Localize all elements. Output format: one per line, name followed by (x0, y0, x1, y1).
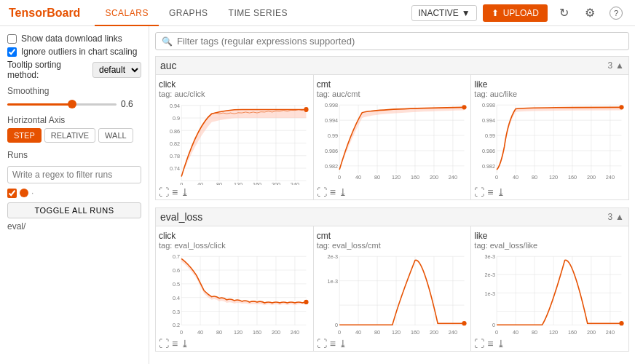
svg-text:160: 160 (411, 329, 419, 336)
eval-loss-click-svg: 0.7 0.6 0.5 0.4 0.3 0.2 0 40 80 120 160 … (159, 253, 310, 336)
download-icon[interactable]: ⤓ (181, 338, 189, 349)
auc-like-footer: ⛶ ≡ ⤓ (474, 186, 626, 198)
ignore-outliers-checkbox[interactable] (7, 47, 17, 57)
download-icon[interactable]: ⤓ (339, 338, 347, 349)
runs-filter-input[interactable] (7, 166, 141, 183)
run-color-dot (20, 189, 28, 197)
auc-click-tag: tag: auc/click (159, 90, 310, 98)
svg-text:0.82: 0.82 (170, 141, 180, 147)
svg-text:0: 0 (180, 181, 183, 185)
svg-text:80: 80 (374, 329, 380, 336)
expand-icon[interactable]: ⛶ (317, 186, 327, 198)
download-icon[interactable]: ⤓ (497, 186, 505, 198)
step-button[interactable]: STEP (7, 128, 42, 143)
svg-text:0: 0 (495, 329, 498, 336)
svg-text:200: 200 (430, 329, 438, 336)
svg-text:0.99: 0.99 (485, 132, 495, 139)
data-icon[interactable]: ≡ (330, 186, 336, 198)
expand-icon[interactable]: ⛶ (474, 338, 484, 349)
eval-loss-like-svg: 3e-3 2e-3 1e-3 0 0 40 80 120 160 200 240 (474, 253, 626, 336)
smoothing-slider[interactable] (7, 103, 117, 106)
tooltip-sorting-select[interactable]: default (92, 62, 141, 78)
toggle-all-runs-button[interactable]: TOGGLE ALL RUNS (7, 202, 141, 218)
run-checkbox[interactable] (7, 189, 17, 198)
svg-text:0.5: 0.5 (173, 281, 180, 288)
download-icon[interactable]: ⤓ (497, 338, 505, 349)
data-icon[interactable]: ≡ (487, 186, 493, 198)
svg-text:1e-3: 1e-3 (485, 290, 496, 297)
data-icon[interactable]: ≡ (172, 186, 178, 198)
show-download-checkbox[interactable] (7, 34, 17, 44)
svg-text:0: 0 (338, 329, 341, 336)
svg-text:120: 120 (234, 329, 242, 336)
svg-text:240: 240 (449, 174, 457, 181)
refresh-button[interactable]: ↻ (553, 3, 574, 23)
eval-loss-count: 3 (607, 212, 612, 222)
data-icon[interactable]: ≡ (487, 338, 493, 349)
expand-icon[interactable]: ⛶ (159, 186, 169, 198)
run-name: eval/ (7, 221, 141, 232)
svg-text:2e-3: 2e-3 (327, 253, 338, 260)
auc-collapse-icon[interactable]: ▲ (615, 60, 624, 71)
inactive-label: INACTIVE (418, 8, 458, 18)
data-icon[interactable]: ≡ (330, 338, 336, 349)
svg-text:0: 0 (180, 329, 183, 336)
svg-text:200: 200 (272, 329, 280, 336)
run-dot: · (31, 188, 33, 198)
wall-button[interactable]: WALL (98, 128, 133, 143)
auc-like-svg: 0.998 0.994 0.99 0.986 0.982 0 40 80 120… (474, 101, 626, 185)
eval-loss-click-title: click (159, 231, 310, 241)
download-icon[interactable]: ⤓ (339, 186, 347, 198)
svg-text:200: 200 (272, 181, 280, 185)
auc-cmt-svg: 0.998 0.994 0.99 0.986 0.982 0 40 80 120… (317, 101, 468, 185)
auc-cmt-title: cmt (317, 79, 468, 90)
auc-click-footer: ⛶ ≡ ⤓ (159, 186, 310, 198)
nav-tab-graphs[interactable]: GRAPHS (159, 0, 218, 26)
svg-text:0.86: 0.86 (170, 127, 180, 134)
svg-text:40: 40 (513, 174, 518, 181)
eval-loss-like-footer: ⛶ ≡ ⤓ (474, 338, 626, 349)
svg-text:240: 240 (291, 329, 299, 336)
svg-text:160: 160 (568, 174, 577, 181)
axis-buttons: STEP RELATIVE WALL (7, 128, 141, 143)
data-icon[interactable]: ≡ (172, 338, 178, 349)
expand-icon[interactable]: ⛶ (317, 338, 327, 349)
upload-button[interactable]: ⬆ UPLOAD (483, 4, 548, 22)
nav-tab-timeseries[interactable]: TIME SERIES (218, 0, 299, 26)
eval-loss-cmt-area: 2e-3 1e-3 0 0 40 80 120 160 200 240 (317, 253, 468, 336)
auc-click-svg: 0.94 0.9 0.86 0.82 0.78 0.74 0 40 80 120… (159, 101, 310, 185)
relative-button[interactable]: RELATIVE (44, 128, 95, 143)
header: TensorBoard SCALARS GRAPHS TIME SERIES I… (0, 0, 635, 26)
horizontal-axis-label: Horizontal Axis (7, 115, 141, 125)
svg-text:0: 0 (495, 174, 498, 181)
svg-text:0.6: 0.6 (173, 267, 180, 274)
auc-like-title: like (474, 79, 626, 90)
expand-icon[interactable]: ⛶ (159, 338, 169, 349)
settings-button[interactable]: ⚙ (580, 3, 600, 23)
auc-cmt-footer: ⛶ ≡ ⤓ (317, 186, 468, 198)
eval-loss-click-chart: click tag: eval_loss/click (156, 226, 314, 351)
eval-loss-collapse-icon[interactable]: ▲ (615, 212, 624, 222)
inactive-dropdown[interactable]: INACTIVE ▼ (411, 5, 476, 21)
svg-text:200: 200 (587, 329, 596, 336)
svg-text:40: 40 (355, 174, 361, 181)
svg-point-65 (620, 105, 624, 109)
download-icon[interactable]: ⤓ (181, 186, 189, 198)
eval-loss-section-count: 3 ▲ (607, 212, 624, 222)
svg-text:80: 80 (216, 329, 222, 336)
nav-tab-scalars[interactable]: SCALARS (95, 0, 159, 26)
expand-icon[interactable]: ⛶ (474, 186, 484, 198)
eval-loss-section-name: eval_loss (160, 211, 202, 223)
svg-text:120: 120 (549, 329, 558, 336)
upload-icon: ⬆ (492, 8, 499, 18)
help-button[interactable]: ? (606, 3, 626, 23)
show-download-label: Show data download links (21, 33, 122, 44)
body: Show data download links Ignore outliers… (0, 26, 635, 364)
auc-like-tag: tag: auc/like (474, 90, 626, 98)
main-content: 🔍 auc 3 ▲ click tag: auc/click (149, 26, 635, 364)
eval-loss-like-tag: tag: eval_loss/like (474, 241, 626, 250)
svg-text:0.74: 0.74 (170, 165, 181, 172)
svg-text:0.9: 0.9 (173, 115, 180, 122)
eval-loss-click-tag: tag: eval_loss/click (159, 241, 310, 250)
search-input[interactable] (177, 36, 623, 47)
